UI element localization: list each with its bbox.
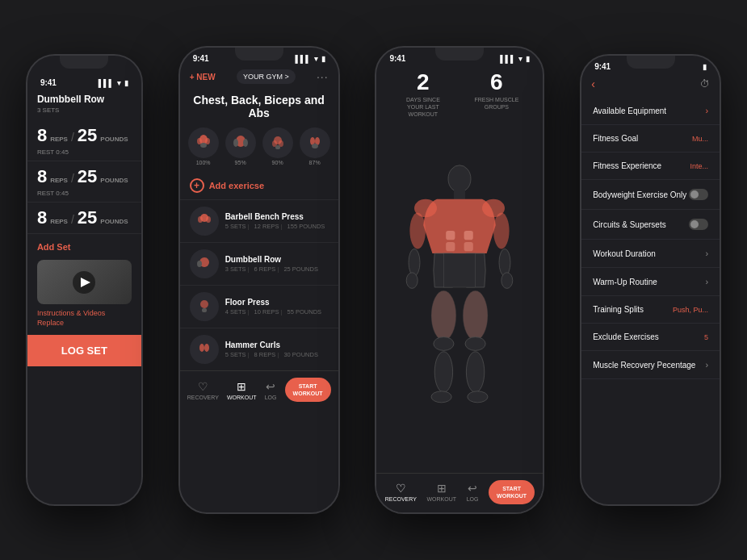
phone2-time: 9:41 <box>193 54 209 63</box>
svg-rect-22 <box>202 308 207 312</box>
phone2-wifi-icon: ▾ <box>314 55 318 63</box>
muscle-icon-4 <box>300 127 330 158</box>
nav-workout-label: WORKOUT <box>227 395 257 400</box>
settings-label-recovery: Muscle Recovery Pecentage <box>593 361 695 370</box>
muscle-icon-3 <box>262 127 293 158</box>
nav-log[interactable]: ↩ LOG <box>265 380 277 400</box>
phone4-status-icons: ▮ <box>703 63 707 71</box>
settings-item-splits[interactable]: Training Splits Push, Pu... <box>581 296 720 324</box>
exercise-info-3: Floor Press 4 SETS 10 REPS 55 POUNDS <box>225 298 329 316</box>
settings-item-exclude[interactable]: Exclude Exercises 5 <box>581 324 720 351</box>
svg-point-42 <box>434 337 454 351</box>
phone1-time: 9:41 <box>40 78 57 87</box>
svg-point-43 <box>465 337 485 351</box>
phone3-signal-icon: ▌▌▌ <box>500 55 515 63</box>
exercise-item-2[interactable]: Dumbbell Row 3 SETS 6 REPS 25 POUNDS <box>180 242 338 285</box>
muscle-pct-4: 87% <box>309 160 321 165</box>
settings-item-circuits[interactable]: Circuits & Supersets <box>581 210 720 240</box>
toggle-circuits[interactable] <box>689 219 708 230</box>
phone4-time: 9:41 <box>594 62 611 71</box>
nav-workout[interactable]: ⊞ WORKOUT <box>227 380 257 400</box>
exercise-name-1: Barbell Bench Press <box>225 212 329 221</box>
svg-rect-32 <box>464 242 473 251</box>
phone2-battery-icon: ▮ <box>321 55 325 63</box>
svg-point-5 <box>200 143 207 148</box>
settings-item-recovery[interactable]: Muscle Recovery Pecentage › <box>581 351 720 379</box>
svg-point-35 <box>409 249 420 276</box>
svg-point-40 <box>431 290 456 341</box>
svg-point-21 <box>200 300 208 308</box>
phone2-bottom-nav: ♡ RECOVERY ⊞ WORKOUT ↩ LOG STARTWORKOUT <box>180 370 338 410</box>
muscle-group-4: 87% <box>300 127 330 165</box>
replace-link[interactable]: Replace <box>37 319 132 327</box>
new-workout-button[interactable]: + NEW <box>190 73 216 81</box>
start-workout3-button[interactable]: STARTWORKOUT <box>489 480 535 504</box>
set2-rest: REST 0:45 <box>37 190 132 197</box>
log-set-button[interactable]: LOG SET <box>27 335 141 366</box>
muscle-groups-label: FRESH MUSCLE GROUPS <box>472 96 521 111</box>
svg-point-33 <box>410 213 426 249</box>
svg-point-7 <box>233 139 238 147</box>
phone1-video-thumbnail <box>37 260 132 304</box>
settings-item-fitness-goal[interactable]: Fitness Goal Mu... <box>581 125 720 153</box>
svg-point-47 <box>468 391 488 403</box>
set3-weight-label: POUNDS <box>100 218 128 225</box>
set3-weight: 25 <box>78 207 97 228</box>
exercise-thumb-2 <box>190 249 219 278</box>
add-exercise-button[interactable]: + Add exericse <box>180 172 338 199</box>
bench-press-icon <box>195 211 214 231</box>
muscle-icon-2 <box>225 127 256 158</box>
nav3-workout[interactable]: ⊞ WORKOUT <box>426 482 456 502</box>
nav3-recovery[interactable]: ♡ RECOVERY <box>385 482 417 502</box>
phone3-wifi-icon: ▾ <box>518 55 522 63</box>
phone1-exercise-title: Dumbbell Row <box>37 94 132 105</box>
log3-icon: ↩ <box>468 482 477 495</box>
svg-point-36 <box>499 249 510 276</box>
muscle-groups-value: 6 <box>472 71 521 94</box>
toggle-bodyweight[interactable] <box>689 189 708 200</box>
your-gym-button[interactable]: YOUR GYM > <box>237 69 296 84</box>
svg-point-4 <box>205 138 210 144</box>
svg-rect-26 <box>454 190 465 199</box>
scene: 9:41 ▌▌▌ ▾ ▮ Dumbbell Row 3 SETS 8 REPS … <box>0 0 747 560</box>
settings-item-fitness-exp[interactable]: Fitness Experience Inte... <box>581 153 720 180</box>
svg-point-37 <box>407 273 418 289</box>
exercise-item-4[interactable]: Hammer Curls 5 SETS 8 REPS 30 POUNDS <box>180 328 338 370</box>
phone1-status-bar: 9:41 ▌▌▌ ▾ ▮ <box>27 72 141 90</box>
settings-label-splits: Training Splits <box>593 305 644 314</box>
nav3-log[interactable]: ↩ LOG <box>467 482 479 502</box>
svg-point-45 <box>467 352 485 392</box>
phone2-status-icons: ▌▌▌ ▾ ▮ <box>295 55 325 63</box>
settings-value-fitness-goal: Mu... <box>692 135 708 143</box>
nav3-recovery-label: RECOVERY <box>385 496 417 502</box>
exercise-thumb-4 <box>190 335 219 364</box>
phone3-notch <box>435 48 484 61</box>
muscle-group-1: 100% <box>188 127 219 165</box>
set3-reps: 8 <box>37 207 47 228</box>
settings-item-equipment[interactable]: Available Equipment › <box>581 97 720 125</box>
exercise-info-2: Dumbbell Row 3 SETS 6 REPS 25 POUNDS <box>225 255 329 273</box>
phone2: 9:41 ▌▌▌ ▾ ▮ + NEW YOUR GYM > ··· Chest,… <box>178 46 340 514</box>
workout-set-2: 8 REPS / 25 POUNDS REST 0:45 <box>27 161 141 203</box>
back-arrow-icon[interactable]: ‹ <box>591 77 595 90</box>
instructions-link[interactable]: Instructions & Videos <box>37 309 132 317</box>
set2-reps-label: REPS <box>50 177 68 184</box>
svg-point-24 <box>204 344 209 352</box>
settings-item-warmup[interactable]: Warm-Up Routine › <box>581 268 720 296</box>
settings-item-bodyweight[interactable]: Bodyweight Exercise Only <box>581 180 720 210</box>
nav-recovery[interactable]: ♡ RECOVERY <box>187 380 219 400</box>
nav3-workout-label: WORKOUT <box>426 496 456 502</box>
exercise-name-2: Dumbbell Row <box>225 255 329 264</box>
exercise-thumb-3 <box>190 292 219 321</box>
muscle-icon-1 <box>188 127 219 158</box>
settings-item-duration[interactable]: Workout Duration › <box>581 240 720 268</box>
phone2-signal-icon: ▌▌▌ <box>295 55 310 63</box>
set1-reps: 8 <box>37 125 47 146</box>
phone3-bottom-nav: ♡ RECOVERY ⊞ WORKOUT ↩ LOG STARTWORKOUT <box>376 473 543 512</box>
exercise-item-1[interactable]: Barbell Bench Press 5 SETS 12 REPS 155 P… <box>180 199 338 242</box>
more-options-button[interactable]: ··· <box>317 70 329 83</box>
start-workout-button[interactable]: STARTWORKOUT <box>285 378 331 402</box>
exercise-item-3[interactable]: Floor Press 4 SETS 10 REPS 55 POUNDS <box>180 285 338 328</box>
add-set-button[interactable]: Add Set <box>27 234 141 260</box>
muscle-pct-1: 100% <box>196 160 211 165</box>
